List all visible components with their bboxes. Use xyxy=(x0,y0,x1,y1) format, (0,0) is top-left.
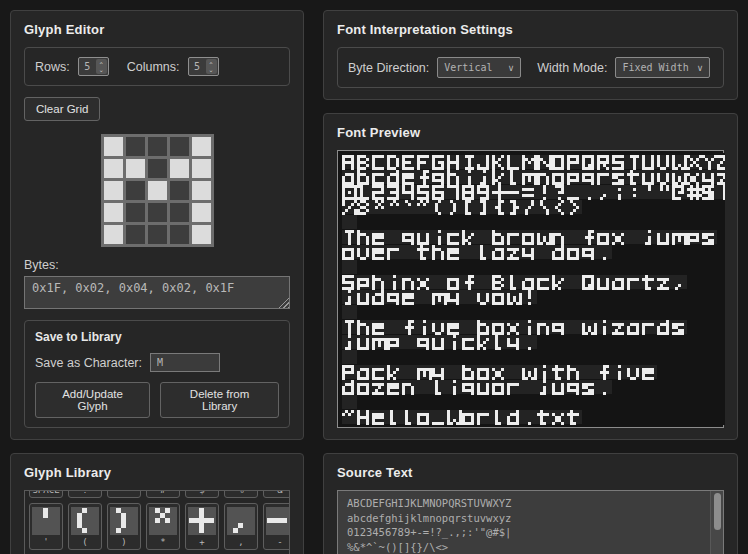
library-glyph-item[interactable]: " xyxy=(107,490,141,498)
pixel-cell-1-2[interactable] xyxy=(148,159,167,178)
library-glyph-item[interactable]: ) xyxy=(107,503,141,550)
spin-down-icon[interactable]: ⌄ xyxy=(99,67,104,72)
pixel-cell-3-1[interactable] xyxy=(126,203,145,222)
bytes-textarea[interactable]: 0x1F, 0x02, 0x04, 0x02, 0x1F xyxy=(24,276,290,309)
save-character-input[interactable] xyxy=(150,353,220,372)
font-settings-panel: Font Interpretation Settings Byte Direct… xyxy=(323,10,738,100)
glyph-library-panel: Glyph Library SPACE!"#$%&'()*+,-./012345… xyxy=(10,453,304,554)
pixel-cell-0-2[interactable] xyxy=(148,137,167,156)
glyph-pixel-grid[interactable] xyxy=(101,134,214,247)
library-glyph-item[interactable]: ! xyxy=(68,490,102,498)
rows-stepper[interactable]: 5 ⌃⌄ xyxy=(78,57,109,76)
library-glyph-item[interactable]: + xyxy=(185,503,219,550)
pixel-cell-2-1[interactable] xyxy=(126,181,145,200)
library-glyph-label: SPACE xyxy=(32,490,59,496)
library-glyph-item[interactable]: # xyxy=(146,490,180,498)
pixel-cell-3-3[interactable] xyxy=(170,203,189,222)
library-glyph-item[interactable]: $ xyxy=(185,490,219,498)
pixel-cell-2-2[interactable] xyxy=(148,181,167,200)
bytes-label: Bytes: xyxy=(24,258,290,272)
add-update-glyph-button[interactable]: Add/Update Glyph xyxy=(35,382,150,418)
library-glyph-label: ' xyxy=(43,537,48,548)
library-glyph-label: % xyxy=(238,490,243,496)
columns-spin-buttons[interactable]: ⌃⌄ xyxy=(206,59,217,74)
library-glyph-label: + xyxy=(199,537,204,548)
save-character-label: Save as Character: xyxy=(35,356,142,370)
library-glyph-item[interactable]: - xyxy=(263,503,290,550)
chevron-down-icon: ∨ xyxy=(697,63,704,73)
source-text-wrap: ABCDEFGHIJKLMNOPQRSTUVWXYZ abcdefghijklm… xyxy=(337,490,724,554)
pixel-cell-2-3[interactable] xyxy=(170,181,189,200)
rows-value: 5 xyxy=(79,61,96,72)
library-glyph-label: , xyxy=(238,537,243,548)
library-glyph-label: # xyxy=(160,490,165,496)
library-glyph-item[interactable]: * xyxy=(146,503,180,550)
pixel-cell-0-0[interactable] xyxy=(104,137,123,156)
columns-stepper[interactable]: 5 ⌃⌄ xyxy=(188,57,219,76)
source-text-panel: Source Text ABCDEFGHIJKLMNOPQRSTUVWXYZ a… xyxy=(323,453,738,554)
pixel-cell-4-0[interactable] xyxy=(104,225,123,244)
clear-grid-button[interactable]: Clear Grid xyxy=(24,97,100,121)
library-glyph-item[interactable]: % xyxy=(224,490,258,498)
columns-value: 5 xyxy=(189,61,206,72)
vertical-scrollbar[interactable] xyxy=(710,491,723,554)
pixel-cell-1-1[interactable] xyxy=(126,159,145,178)
left-column: Glyph Editor Rows: 5 ⌃⌄ Columns: 5 ⌃⌄ Cl… xyxy=(10,10,304,554)
glyph-editor-title: Glyph Editor xyxy=(24,22,290,37)
source-textarea[interactable]: ABCDEFGHIJKLMNOPQRSTUVWXYZ abcdefghijklm… xyxy=(338,491,723,554)
width-mode-label: Width Mode: xyxy=(537,61,607,75)
app-root: { "glyph_editor": { "title": "Glyph Edit… xyxy=(0,0,748,554)
pixel-cell-4-1[interactable] xyxy=(126,225,145,244)
library-glyph-item[interactable]: ' xyxy=(29,503,63,550)
rows-label: Rows: xyxy=(35,60,70,74)
save-to-library-box: Save to Library Save as Character: Add/U… xyxy=(24,320,290,428)
source-text-title: Source Text xyxy=(337,465,724,480)
right-column: Font Interpretation Settings Byte Direct… xyxy=(323,10,738,554)
glyph-editor-panel: Glyph Editor Rows: 5 ⌃⌄ Columns: 5 ⌃⌄ Cl… xyxy=(10,10,304,440)
pixel-cell-3-2[interactable] xyxy=(148,203,167,222)
font-settings-box: Byte Direction: Vertical ∨ Width Mode: F… xyxy=(337,47,724,88)
font-preview-panel: Font Preview xyxy=(323,113,738,440)
save-to-library-title: Save to Library xyxy=(35,330,279,344)
library-glyph-item[interactable]: ( xyxy=(68,503,102,550)
pixel-cell-4-4[interactable] xyxy=(192,225,211,244)
library-glyph-bitmap xyxy=(188,507,216,535)
pixel-cell-1-0[interactable] xyxy=(104,159,123,178)
library-glyph-label: * xyxy=(160,537,165,548)
delete-from-library-button[interactable]: Delete from Library xyxy=(160,382,279,418)
pixel-cell-0-1[interactable] xyxy=(126,137,145,156)
pixel-cell-2-0[interactable] xyxy=(104,181,123,200)
pixel-cell-0-4[interactable] xyxy=(192,137,211,156)
library-glyph-label: & xyxy=(277,490,282,496)
library-glyph-label: ! xyxy=(82,490,87,496)
byte-direction-value: Vertical xyxy=(444,62,492,73)
pixel-cell-4-3[interactable] xyxy=(170,225,189,244)
library-glyph-bitmap xyxy=(110,507,138,535)
width-mode-select[interactable]: Fixed Width ∨ xyxy=(615,57,710,78)
library-glyph-label: $ xyxy=(199,490,204,496)
library-glyph-bitmap xyxy=(71,507,99,535)
pixel-cell-3-0[interactable] xyxy=(104,203,123,222)
library-glyph-bitmap xyxy=(227,507,255,535)
library-glyph-label: ( xyxy=(82,537,87,548)
pixel-cell-3-4[interactable] xyxy=(192,203,211,222)
scrollbar-thumb[interactable] xyxy=(714,493,721,530)
spin-down-icon[interactable]: ⌄ xyxy=(208,67,213,72)
glyph-library-scroll-area[interactable]: SPACE!"#$%&'()*+,-./0123456789:; xyxy=(24,490,290,554)
font-settings-title: Font Interpretation Settings xyxy=(337,22,724,37)
library-glyph-item[interactable]: , xyxy=(224,503,258,550)
library-glyph-item[interactable]: & xyxy=(263,490,290,498)
pixel-cell-4-2[interactable] xyxy=(148,225,167,244)
font-preview-title: Font Preview xyxy=(337,125,724,140)
bytes-field-wrap: 0x1F, 0x02, 0x04, 0x02, 0x1F xyxy=(24,276,290,309)
columns-label: Columns: xyxy=(127,60,180,74)
pixel-cell-2-4[interactable] xyxy=(192,181,211,200)
rows-spin-buttons[interactable]: ⌃⌄ xyxy=(96,59,107,74)
pixel-cell-0-3[interactable] xyxy=(170,137,189,156)
pixel-cell-1-4[interactable] xyxy=(192,159,211,178)
byte-direction-select[interactable]: Vertical ∨ xyxy=(437,57,521,78)
library-glyph-bitmap xyxy=(32,507,60,535)
width-mode-value: Fixed Width xyxy=(622,62,688,73)
library-glyph-item[interactable]: SPACE xyxy=(29,490,63,498)
pixel-cell-1-3[interactable] xyxy=(170,159,189,178)
